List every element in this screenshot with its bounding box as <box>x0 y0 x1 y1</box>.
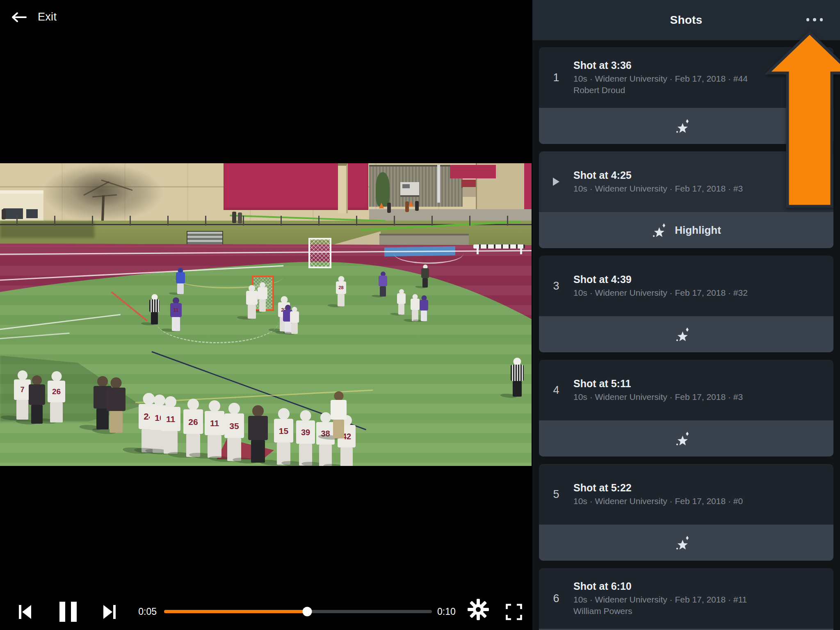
fullscreen-button[interactable] <box>505 603 523 622</box>
playback-controls: 0:05 0:10 <box>0 597 532 630</box>
previous-clip-button[interactable] <box>18 604 32 621</box>
player-figure: 26 <box>183 399 203 457</box>
shot-athlete: William Powers <box>573 605 747 617</box>
settings-gear-button[interactable] <box>467 598 490 623</box>
shot-title: Shot at 4:39 <box>573 273 748 285</box>
player-figure <box>107 377 126 433</box>
player-figure: 11 <box>170 297 182 331</box>
player-figure <box>176 268 185 294</box>
player-figure <box>511 358 524 397</box>
player-figure <box>29 375 45 424</box>
shot-list: 1 Shot at 3:36 10s · Widener University … <box>539 47 833 630</box>
exit-button[interactable]: Exit <box>11 11 57 23</box>
player-figure <box>149 294 160 324</box>
shot-athlete: Robert Droud <box>573 84 748 96</box>
video-frame[interactable]: 11272872624161126113515393842 <box>0 163 532 466</box>
highlight-label: Highlight <box>675 224 721 237</box>
sparkle-star-icon <box>651 221 669 239</box>
highlight-button[interactable]: Highlight <box>539 212 833 248</box>
shot-index: 6 <box>553 592 559 605</box>
shot-meta: 10s · Widener University · Feb 17, 2018 … <box>573 287 748 299</box>
sparkle-star-icon <box>675 117 692 135</box>
shot-meta: 10s · Widener University · Feb 17, 2018 … <box>573 495 743 507</box>
shot-title: Shot at 3:36 <box>573 59 748 71</box>
player-figure <box>258 282 267 312</box>
player-figure: 35 <box>224 403 244 461</box>
current-time: 0:05 <box>128 606 157 617</box>
shots-sidebar: Shots 1 Shot at 3:36 10s · Widener Unive… <box>532 0 840 630</box>
exit-label: Exit <box>38 11 57 23</box>
shot-index: 3 <box>553 280 559 292</box>
seek-knob[interactable] <box>303 607 312 616</box>
back-arrow-icon <box>11 11 27 23</box>
shot-title: Shot at 4:25 <box>573 169 743 181</box>
sparkle-star-icon <box>675 534 692 551</box>
more-options-button[interactable] <box>806 18 823 21</box>
player-figure: 39 <box>296 410 315 466</box>
seek-bar[interactable] <box>164 610 432 613</box>
shot-meta: 10s · Widener University · Feb 17, 2018 … <box>573 183 743 194</box>
shot-card[interactable]: 3 Shot at 4:39 10s · Widener University … <box>539 256 833 352</box>
shot-index: 4 <box>553 384 559 397</box>
highlight-button[interactable] <box>539 525 833 561</box>
next-clip-button[interactable] <box>103 604 116 621</box>
player-figure <box>248 405 268 463</box>
shot-card[interactable]: 1 Shot at 3:36 10s · Widener University … <box>539 47 833 144</box>
shot-meta: 10s · Widener University · Feb 17, 2018 … <box>573 594 747 605</box>
player-figure <box>246 285 258 319</box>
highlight-button[interactable] <box>539 316 833 352</box>
sidebar-header: Shots <box>532 0 840 40</box>
player-figure <box>420 295 428 321</box>
highlight-button[interactable] <box>539 420 833 457</box>
player-figure: 28 <box>336 276 346 306</box>
player-figure <box>411 294 420 321</box>
shot-card[interactable]: 5 Shot at 5:22 10s · Widener University … <box>539 464 833 561</box>
seek-fill <box>164 610 306 613</box>
player-figure: 15 <box>274 408 293 465</box>
player-figure: 11 <box>161 396 180 454</box>
shot-title: Shot at 5:11 <box>573 377 743 390</box>
shot-card[interactable]: 4 Shot at 5:11 10s · Widener University … <box>539 360 833 457</box>
playing-indicator-icon <box>553 178 559 186</box>
player-figure <box>331 391 347 438</box>
player-figure <box>379 272 387 297</box>
total-duration: 0:10 <box>437 606 466 617</box>
shot-meta: 10s · Widener University · Feb 17, 2018 … <box>573 391 743 403</box>
player-figure <box>421 265 429 288</box>
shot-index: 1 <box>553 71 559 84</box>
shot-meta: 10s · Widener University · Feb 17, 2018 … <box>573 73 748 84</box>
sparkle-star-icon <box>675 326 692 343</box>
sparkle-star-icon <box>675 430 692 447</box>
shot-title: Shot at 6:10 <box>573 580 747 592</box>
sidebar-title: Shots <box>532 0 840 40</box>
player-figure: 11 <box>205 400 224 458</box>
video-player-pane: Exit <box>0 0 532 630</box>
shot-index: 5 <box>553 488 559 501</box>
shot-card[interactable]: Shot at 4:25 10s · Widener University · … <box>539 151 833 248</box>
highlight-button[interactable] <box>539 108 833 144</box>
player-figure: 26 <box>48 371 65 422</box>
player-figure: 7 <box>14 370 31 420</box>
scene-players: 11272872624161126113515393842 <box>0 163 532 466</box>
shot-card[interactable]: 6 Shot at 6:10 10s · Widener University … <box>539 568 833 630</box>
player-figure <box>290 307 299 334</box>
player-figure <box>397 289 406 315</box>
shot-title: Shot at 5:22 <box>573 482 743 494</box>
pause-button[interactable] <box>59 602 77 622</box>
